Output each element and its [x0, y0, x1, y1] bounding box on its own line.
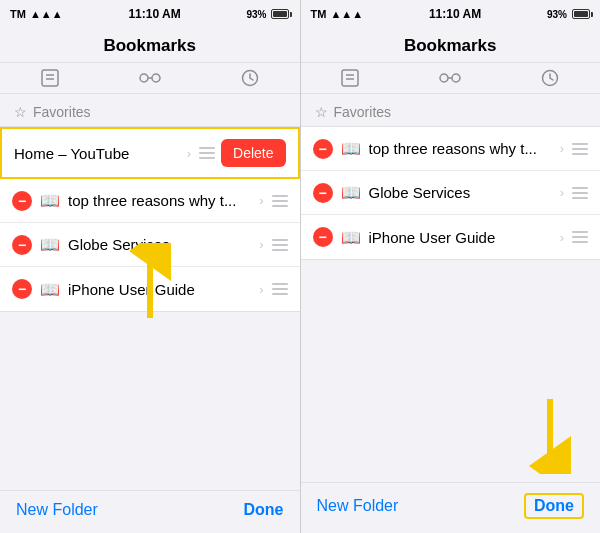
remove-btn-iphone[interactable]: − [12, 279, 32, 299]
status-bar-left: TM ▲▲▲ 11:10 AM 93% [0, 0, 301, 28]
status-bar-right: TM ▲▲▲ 11:10 AM 93% [301, 0, 601, 28]
chevron-iphone-r: › [560, 230, 564, 245]
left-panel: Bookmarks ☆ Favorites Home – YouTube › [0, 28, 301, 533]
book-icon-top-three-r: 📖 [341, 139, 361, 158]
bookmark-item-top-three-r[interactable]: − 📖 top three reasons why t... › [301, 127, 601, 171]
chevron-home-youtube: › [187, 146, 191, 161]
favorites-label-right: Favorites [334, 104, 392, 120]
svg-point-3 [140, 74, 148, 82]
bookmark-item-iphone[interactable]: − 📖 iPhone User Guide › [0, 267, 300, 311]
book-icon-top-three: 📖 [40, 191, 60, 210]
drag-handle-iphone[interactable] [272, 283, 288, 295]
bookmark-title-iphone: iPhone User Guide [68, 281, 255, 298]
star-icon-right: ☆ [315, 104, 328, 120]
drag-handle-home-youtube[interactable] [199, 147, 215, 159]
right-status-left: 93% [246, 9, 289, 20]
left-bottom-bar: New Folder Done [0, 490, 300, 533]
book-icon-globe: 📖 [40, 235, 60, 254]
bookmark-item-iphone-r[interactable]: − 📖 iPhone User Guide › [301, 215, 601, 259]
carrier-name-right: TM [311, 8, 327, 20]
remove-btn-globe-r[interactable]: − [313, 183, 333, 203]
battery-pct-left: 93% [246, 9, 266, 20]
battery-icon-left [271, 9, 289, 19]
svg-rect-10 [342, 70, 358, 86]
tab-reading-left[interactable] [100, 69, 200, 87]
svg-point-14 [452, 74, 460, 82]
drag-handle-globe[interactable] [272, 239, 288, 251]
drag-handle-top-three-r[interactable] [572, 143, 588, 155]
carrier-name-left: TM [10, 8, 26, 20]
tab-history-right[interactable] [500, 69, 600, 87]
remove-btn-iphone-r[interactable]: − [313, 227, 333, 247]
svg-point-4 [152, 74, 160, 82]
left-favorites-header: ☆ Favorites [0, 94, 300, 126]
tab-reading-right[interactable] [400, 69, 500, 87]
favorites-label-left: Favorites [33, 104, 91, 120]
chevron-iphone: › [259, 282, 263, 297]
right-status-right: 93% [547, 9, 590, 20]
battery-icon-right [572, 9, 590, 19]
right-panel: Bookmarks ☆ Favorites − 📖 top three reas… [301, 28, 601, 533]
right-bottom-bar: New Folder Done [301, 482, 601, 533]
remove-btn-top-three[interactable]: − [12, 191, 32, 211]
chevron-top-three-r: › [560, 141, 564, 156]
time-right: 11:10 AM [429, 7, 481, 21]
done-button-right[interactable]: Done [524, 493, 584, 519]
book-icon-iphone: 📖 [40, 280, 60, 299]
chevron-top-three: › [259, 193, 263, 208]
svg-point-13 [440, 74, 448, 82]
tab-bookmark-left[interactable] [0, 69, 100, 87]
bookmark-item-globe[interactable]: − 📖 Globe Services › [0, 223, 300, 267]
right-bookmark-list: − 📖 top three reasons why t... › − 📖 Glo… [301, 126, 601, 260]
new-folder-button-left[interactable]: New Folder [16, 501, 98, 519]
chevron-globe: › [259, 237, 263, 252]
carrier-left: TM ▲▲▲ [10, 8, 63, 20]
bookmark-title-iphone-r: iPhone User Guide [369, 229, 556, 246]
book-icon-iphone-r: 📖 [341, 228, 361, 247]
book-icon-globe-r: 📖 [341, 183, 361, 202]
bookmark-title-top-three: top three reasons why t... [68, 192, 255, 209]
signal-icon-right: ▲▲▲ [330, 8, 363, 20]
left-panel-header: Bookmarks [0, 28, 300, 63]
bookmark-title-globe-r: Globe Services [369, 184, 556, 201]
remove-btn-top-three-r[interactable]: − [313, 139, 333, 159]
battery-pct-right: 93% [547, 9, 567, 20]
star-icon-left: ☆ [14, 104, 27, 120]
bookmark-title-top-three-r: top three reasons why t... [369, 140, 556, 157]
status-bars: TM ▲▲▲ 11:10 AM 93% TM ▲▲▲ 11:10 AM 93% [0, 0, 600, 28]
chevron-globe-r: › [560, 185, 564, 200]
left-bookmark-list: Home – YouTube › Delete − 📖 top three re… [0, 126, 300, 312]
tab-bookmark-right[interactable] [301, 69, 401, 87]
remove-btn-globe[interactable]: − [12, 235, 32, 255]
carrier-right: TM ▲▲▲ [311, 8, 364, 20]
right-tab-bar [301, 63, 601, 94]
panels-container: Bookmarks ☆ Favorites Home – YouTube › [0, 28, 600, 533]
arrow-down-annotation [520, 394, 580, 478]
right-favorites-header: ☆ Favorites [301, 94, 601, 126]
bookmark-item-home-youtube[interactable]: Home – YouTube › Delete [0, 127, 300, 179]
bookmark-title-home-youtube: Home – YouTube [14, 145, 183, 162]
svg-rect-0 [42, 70, 58, 86]
signal-icon-left: ▲▲▲ [30, 8, 63, 20]
tab-history-left[interactable] [200, 69, 300, 87]
drag-handle-globe-r[interactable] [572, 187, 588, 199]
bookmark-item-top-three[interactable]: − 📖 top three reasons why t... › [0, 179, 300, 223]
new-folder-button-right[interactable]: New Folder [317, 497, 399, 515]
time-left: 11:10 AM [128, 7, 180, 21]
right-panel-header: Bookmarks [301, 28, 601, 63]
bookmark-item-globe-r[interactable]: − 📖 Globe Services › [301, 171, 601, 215]
drag-handle-top-three[interactable] [272, 195, 288, 207]
left-tab-bar [0, 63, 300, 94]
drag-handle-iphone-r[interactable] [572, 231, 588, 243]
done-button-left[interactable]: Done [244, 501, 284, 519]
delete-button-home-youtube[interactable]: Delete [221, 139, 285, 167]
bookmark-title-globe: Globe Services [68, 236, 255, 253]
